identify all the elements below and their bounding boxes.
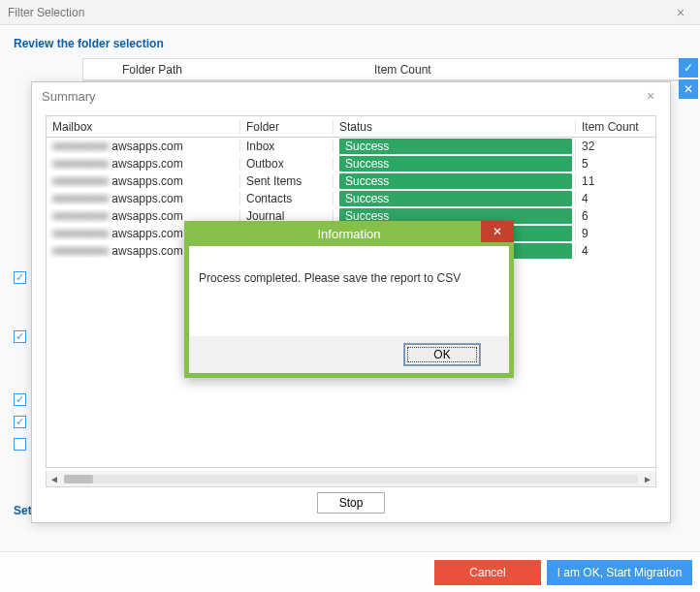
count-cell: 9 [576,227,655,240]
status-header[interactable]: Status [334,120,576,134]
folder-cell: Outbox [240,157,334,171]
uncheck-all-button[interactable]: ✕ [679,79,698,99]
left-checkboxes-group1 [14,271,26,343]
summary-titlebar: Summary × [32,82,670,109]
summary-table-header: Mailbox Folder Status Item Count [47,116,655,138]
count-cell: 11 [576,174,655,188]
status-cell: Success [334,139,576,154]
side-controls: ✓ ✕ [679,58,698,99]
bottom-bar: Cancel I am OK, Start Migration [0,551,700,592]
table-row[interactable]: ■■■■■■■■ awsapps.comInboxSuccess32 [47,138,655,155]
info-title: Information [317,227,380,241]
ok-button[interactable]: OK [404,344,480,365]
check-all-button[interactable]: ✓ [679,58,698,78]
option-checkbox[interactable] [14,393,26,406]
option-checkbox[interactable] [14,438,26,451]
mailbox-header[interactable]: Mailbox [47,120,240,134]
filter-title: Filter Selection [8,6,669,19]
set-heading: Set [14,504,32,517]
scroll-thumb[interactable] [64,475,93,483]
left-checkboxes-group2 [14,393,26,451]
status-cell: Success [334,191,576,206]
status-cell: Success [334,156,576,171]
filter-titlebar: Filter Selection × [0,0,700,25]
review-heading: Review the folder selection [0,25,700,60]
stop-bar: Stop [32,489,670,516]
information-dialog: Information ✕ Process completed. Please … [184,221,514,378]
summary-title: Summary [42,89,641,104]
scroll-left-icon[interactable]: ◄ [47,474,62,484]
folder-table-header: Folder Path Item Count ▲ [83,59,695,80]
folder-cell: Inbox [240,140,334,153]
mailbox-cell: ■■■■■■■■ awsapps.com [47,157,240,171]
info-titlebar: Information ✕ [184,221,514,246]
info-message: Process completed. Please save the repor… [189,246,509,285]
mailbox-cell: ■■■■■■■■ awsapps.com [47,174,240,188]
info-close-button[interactable]: ✕ [481,221,514,242]
option-checkbox[interactable] [14,330,26,343]
cancel-button[interactable]: Cancel [434,560,541,585]
table-row[interactable]: ■■■■■■■■ awsapps.comContactsSuccess4 [47,190,655,207]
status-cell: Success [334,173,576,189]
table-row[interactable]: ■■■■■■■■ awsapps.comOutboxSuccess5 [47,155,655,172]
stop-button[interactable]: Stop [317,492,385,514]
count-cell: 5 [576,157,655,171]
option-checkbox[interactable] [14,416,26,428]
scroll-track[interactable] [64,475,638,483]
scroll-right-icon[interactable]: ► [640,474,655,484]
start-migration-button[interactable]: I am OK, Start Migration [547,560,692,585]
folder-path-header[interactable]: Folder Path [83,63,374,77]
count-header[interactable]: Item Count [576,120,655,134]
status-badge: Success [339,139,572,154]
count-cell: 4 [576,244,655,258]
horizontal-scrollbar[interactable]: ◄ ► [46,471,656,487]
status-badge: Success [339,173,572,189]
filter-close-icon[interactable]: × [669,5,692,20]
item-count-header[interactable]: Item Count [374,63,678,77]
folder-cell: Sent Items [240,174,334,188]
status-badge: Success [339,191,572,206]
summary-close-icon[interactable]: × [641,88,660,104]
mailbox-cell: ■■■■■■■■ awsapps.com [47,140,240,153]
count-cell: 32 [576,140,655,153]
status-badge: Success [339,156,572,171]
folder-cell: Contacts [240,192,334,205]
table-row[interactable]: ■■■■■■■■ awsapps.comSent ItemsSuccess11 [47,172,655,190]
count-cell: 4 [576,192,655,205]
mailbox-cell: ■■■■■■■■ awsapps.com [47,192,240,205]
folder-table: Folder Path Item Count ▲ [82,58,696,81]
option-checkbox[interactable] [14,271,26,284]
info-button-bar: OK [189,336,509,373]
folder-header[interactable]: Folder [240,120,334,134]
count-cell: 6 [576,209,655,223]
